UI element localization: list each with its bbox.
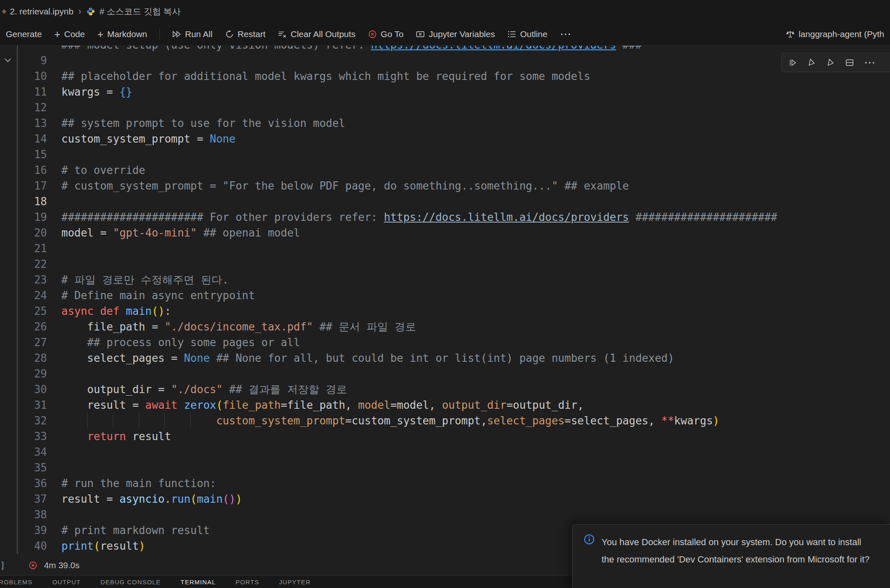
code-content[interactable]: # to override: [47, 162, 145, 178]
code-content[interactable]: [47, 444, 61, 460]
line-number[interactable]: 17: [0, 178, 47, 194]
outline-button[interactable]: Outline: [507, 29, 548, 39]
code-token[interactable]: ######################: [629, 211, 778, 223]
code-token[interactable]: main: [126, 305, 152, 317]
line-number[interactable]: 31: [0, 397, 47, 413]
code-line[interactable]: 38: [0, 507, 890, 522]
code-token[interactable]: result: [61, 399, 132, 411]
line-number[interactable]: 15: [0, 147, 47, 162]
kernel-picker[interactable]: langgraph-agent (Pyth: [786, 29, 884, 39]
code-token[interactable]: model: [358, 399, 390, 411]
line-number[interactable]: [0, 46, 47, 53]
line-number[interactable]: 33: [0, 429, 47, 444]
code-line[interactable]: 26 file_path = "./docs/income_tax.pdf" #…: [0, 319, 890, 335]
code-content[interactable]: ## process only some pages or all: [47, 335, 300, 350]
code-token[interactable]: ## process only some pages or all: [61, 336, 300, 349]
code-token[interactable]: https://docs.litellm.ai/docs/providers: [371, 46, 616, 51]
code-content[interactable]: ## system prompt to use for the vision m…: [47, 115, 345, 131]
code-content[interactable]: [47, 256, 61, 272]
code-line[interactable]: 10## placeholder for additional model kw…: [0, 68, 890, 84]
code-token[interactable]: ## placeholder for additional model kwar…: [61, 70, 590, 82]
tab-ports[interactable]: PORTS: [236, 579, 259, 586]
jupyter-variables-button[interactable]: Jupyter Variables: [416, 29, 495, 39]
code-content[interactable]: result = await zerox(file_path=file_path…: [47, 397, 584, 413]
go-to-button[interactable]: Go To: [368, 29, 404, 39]
code-token[interactable]: =: [100, 227, 113, 239]
code-line[interactable]: 35: [0, 460, 890, 476]
generate-button[interactable]: Generate: [6, 29, 42, 39]
code-token[interactable]: "./docs": [171, 383, 222, 396]
line-number[interactable]: 19: [0, 209, 47, 225]
code-token[interactable]: =: [158, 383, 171, 396]
line-number[interactable]: 37: [0, 491, 47, 507]
code-token[interactable]: await: [145, 399, 178, 411]
line-number[interactable]: 34: [0, 444, 47, 460]
code-content[interactable]: # 파일 경로만 수정해주면 된다.: [47, 272, 229, 288]
code-token[interactable]: :: [164, 305, 171, 317]
code-token[interactable]: ## 문서 파일 경로: [313, 321, 416, 333]
code-content[interactable]: output_dir = "./docs" ## 결과를 저장할 경로: [47, 382, 347, 397]
code-token[interactable]: result: [61, 493, 107, 505]
code-content[interactable]: [47, 460, 61, 476]
code-line[interactable]: 13## system prompt to use for the vision…: [0, 115, 890, 131]
code-token[interactable]: main: [197, 493, 223, 505]
line-number[interactable]: 12: [0, 100, 47, 115]
code-content[interactable]: ###################### For other provide…: [47, 209, 778, 225]
tab-problems[interactable]: PROBLEMS: [0, 579, 33, 586]
code-token[interactable]: ###################### For other provide…: [61, 211, 384, 223]
line-number[interactable]: 28: [0, 350, 47, 366]
code-token[interactable]: =: [152, 321, 164, 333]
code-line[interactable]: 12: [0, 100, 890, 115]
line-number[interactable]: 16: [0, 162, 47, 178]
code-content[interactable]: custom_system_prompt=custom_system_promp…: [47, 413, 719, 429]
restart-button[interactable]: Restart: [225, 29, 266, 39]
code-token[interactable]: # custom_system_prompt = "For the below …: [61, 180, 629, 192]
line-number[interactable]: 22: [0, 256, 47, 272]
code-token[interactable]: =: [132, 399, 145, 411]
tab-jupyter[interactable]: JUPYTER: [279, 579, 311, 586]
code-token[interactable]: ## 결과를 저장할 경로: [222, 383, 347, 396]
cell-more-actions-icon[interactable]: ⋯: [864, 59, 876, 67]
code-token[interactable]: =custom_system_prompt,: [345, 415, 487, 427]
code-line[interactable]: 21: [0, 241, 890, 256]
code-token[interactable]: ): [236, 493, 242, 505]
code-token[interactable]: (: [190, 493, 197, 505]
code-line[interactable]: 9: [0, 53, 890, 68]
breadcrumb-cell[interactable]: # 소스코드 깃헙 복사: [99, 6, 180, 17]
line-number[interactable]: 35: [0, 460, 47, 476]
run-all-button[interactable]: Run All: [172, 29, 213, 39]
code-token[interactable]: ###: [616, 46, 642, 51]
run-above-icon[interactable]: [807, 58, 816, 67]
code-content[interactable]: ### model setup (use only vision models)…: [47, 46, 642, 53]
code-token[interactable]: return: [87, 430, 126, 443]
code-content[interactable]: ## placeholder for additional model kwar…: [47, 68, 590, 84]
line-number[interactable]: 30: [0, 382, 47, 397]
code-content[interactable]: result = asyncio.run(main()): [47, 491, 242, 507]
run-below-icon[interactable]: [826, 58, 835, 67]
code-token[interactable]: =: [107, 493, 119, 505]
code-token[interactable]: run: [171, 493, 190, 505]
code-line[interactable]: 19###################### For other provi…: [0, 209, 890, 225]
code-content[interactable]: model = "gpt-4o-mini" ## openai model: [47, 225, 300, 241]
code-content[interactable]: # custom_system_prompt = "For the below …: [47, 178, 629, 194]
code-token[interactable]: ## system prompt to use for the vision m…: [61, 117, 345, 129]
code-line[interactable]: 36# run the main function:: [0, 476, 890, 491]
code-token[interactable]: file_path: [222, 399, 281, 411]
notification-toast[interactable]: You have Docker installed on your system…: [572, 524, 890, 588]
code-token[interactable]: .: [164, 493, 171, 505]
line-number[interactable]: 14: [0, 131, 47, 147]
code-content[interactable]: [47, 507, 61, 522]
code-token[interactable]: =: [197, 133, 210, 145]
line-number[interactable]: 11: [0, 84, 47, 100]
code-line[interactable]: 28 select_pages = None ## None for all, …: [0, 350, 890, 366]
clear-all-outputs-button[interactable]: Clear All Outputs: [278, 29, 356, 39]
code-line[interactable]: 37result = asyncio.run(main()): [0, 491, 890, 507]
line-number[interactable]: 38: [0, 507, 47, 522]
line-number[interactable]: 36: [0, 476, 47, 491]
code-line[interactable]: 17# custom_system_prompt = "For the belo…: [0, 178, 890, 194]
code-content[interactable]: async def main():: [47, 303, 171, 319]
code-token[interactable]: (: [216, 399, 223, 411]
code-line[interactable]: 29: [0, 366, 890, 382]
code-token[interactable]: asyncio: [119, 493, 165, 505]
code-content[interactable]: [47, 100, 61, 115]
